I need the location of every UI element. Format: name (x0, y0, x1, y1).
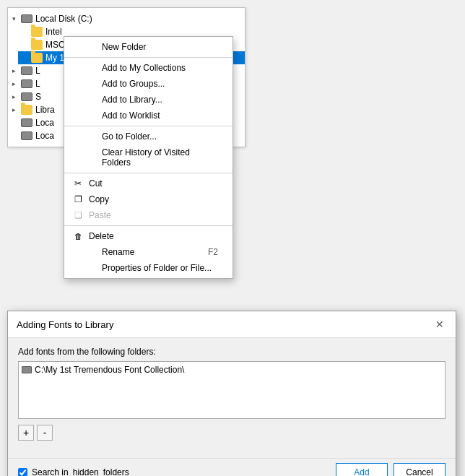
ctx-add-my-collections-label: Add to My Collections (102, 63, 218, 73)
hdd-icon (21, 14, 32, 23)
ctx-sep-1 (64, 57, 232, 58)
ctx-new-folder[interactable]: New Folder (64, 39, 232, 55)
ctx-delete[interactable]: 🗑 Delete (64, 228, 232, 244)
hdd-icon-loca2 (21, 131, 32, 140)
ctx-sep-4 (64, 225, 232, 226)
ctx-clear-history-label: Clear History of Visited Folders (102, 147, 218, 168)
ctx-delete-label: Delete (89, 231, 218, 241)
ctx-copy-icon: ❐ (71, 194, 84, 204)
tree-label-libra: Libra (35, 105, 55, 115)
ctx-cut-label: Cut (89, 178, 218, 189)
drive-icon (22, 366, 32, 373)
context-menu: New Folder Add to My Collections Add to … (64, 36, 233, 279)
ctx-add-library-label: Add to Library... (102, 95, 218, 105)
ctx-add-library[interactable]: Add to Library... (64, 92, 232, 108)
ctx-paste-label: Paste (89, 210, 218, 220)
checkbox-underline-text: hidden (73, 467, 99, 476)
remove-folder-button[interactable]: - (37, 425, 53, 441)
tree-arrow-libra (12, 106, 21, 113)
tree-arrow-extra1 (12, 67, 21, 74)
dialog-footer: Search in hidden folders Add Cancel (8, 458, 456, 476)
add-folder-button[interactable]: + (18, 425, 34, 441)
ctx-copy-label: Copy (89, 194, 218, 204)
ctx-sep-2 (64, 126, 232, 126)
tree-label-extra2: L (35, 79, 40, 89)
listbox-item-label: C:\My 1st Tremendous Font Collection\ (35, 365, 184, 375)
checkbox-row: Search in hidden folders (18, 467, 129, 476)
folder-icon-intel (31, 27, 43, 37)
ctx-add-worklist-label: Add to Worklist (102, 111, 218, 121)
hdd-icon-extra1 (21, 66, 32, 75)
dialog-action-buttons: Add Cancel (336, 463, 446, 476)
folder-icon-my-fonts (31, 53, 43, 63)
dialog-listbox[interactable]: C:\My 1st Tremendous Font Collection\ (18, 361, 446, 419)
listbox-item: C:\My 1st Tremendous Font Collection\ (22, 365, 442, 375)
tree-label-intel: Intel (45, 27, 62, 37)
dialog-folder-label: Add fonts from the following folders: (18, 347, 446, 357)
dialog-body: Add fonts from the following folders: C:… (8, 338, 456, 455)
tree-arrow-extra3 (12, 93, 21, 100)
tree-label-extra1: L (35, 66, 40, 76)
tree-label-local-disk: Local Disk (C:) (35, 14, 92, 24)
ctx-properties[interactable]: Properties of Folder or File... (64, 260, 232, 276)
folder-icon-libra (21, 105, 32, 115)
ctx-add-worklist[interactable]: Add to Worklist (64, 108, 232, 124)
tree-label-extra3: S (35, 92, 41, 102)
hdd-icon-extra3 (21, 92, 32, 101)
ctx-rename-shortcut: F2 (208, 247, 218, 257)
ctx-rename[interactable]: Rename F2 (64, 244, 232, 260)
ctx-properties-label: Properties of Folder or File... (102, 263, 218, 273)
ctx-cut-icon: ✂ (71, 178, 84, 189)
ctx-add-groups[interactable]: Add to Groups... (64, 76, 232, 92)
tree-arrow-local-disk (12, 15, 21, 22)
ctx-sep-3 (64, 173, 232, 173)
search-hidden-checkbox[interactable] (18, 468, 27, 477)
hdd-icon-extra2 (21, 79, 32, 88)
ctx-add-my-collections[interactable]: Add to My Collections (64, 60, 232, 76)
tree-arrow-extra2 (12, 80, 21, 87)
ctx-paste-icon: ❏ (71, 210, 84, 220)
ctx-new-folder-label: New Folder (102, 42, 218, 52)
folder-icon-msocache (31, 40, 43, 50)
ctx-rename-label: Rename (102, 247, 201, 257)
ctx-delete-icon: 🗑 (71, 232, 84, 241)
tree-label-loca1: Loca (35, 118, 54, 128)
tree-item-local-disk[interactable]: Local Disk (C:) (8, 12, 245, 25)
ctx-go-to-folder-label: Go to Folder... (102, 131, 218, 142)
checkbox-text-prefix: Search in (32, 467, 69, 476)
tree-label-loca2: Loca (35, 131, 54, 141)
dialog-btn-row: + - (18, 425, 446, 441)
add-button[interactable]: Add (336, 463, 388, 476)
ctx-add-groups-label: Add to Groups... (102, 79, 218, 89)
ctx-copy[interactable]: ❐ Copy (64, 191, 232, 207)
dialog-titlebar: Adding Fonts to Library ✕ (8, 311, 456, 338)
dialog-title: Adding Fonts to Library (17, 319, 113, 330)
ctx-cut[interactable]: ✂ Cut (64, 176, 232, 191)
ctx-paste[interactable]: ❏ Paste (64, 207, 232, 223)
checkbox-text-suffix: folders (103, 467, 129, 476)
dialog-close-button[interactable]: ✕ (433, 317, 447, 332)
hdd-icon-loca1 (21, 118, 32, 127)
ctx-go-to-folder[interactable]: Go to Folder... (64, 129, 232, 144)
cancel-button[interactable]: Cancel (394, 463, 446, 476)
adding-fonts-dialog: Adding Fonts to Library ✕ Add fonts from… (7, 311, 456, 476)
ctx-clear-history[interactable]: Clear History of Visited Folders (64, 144, 232, 170)
